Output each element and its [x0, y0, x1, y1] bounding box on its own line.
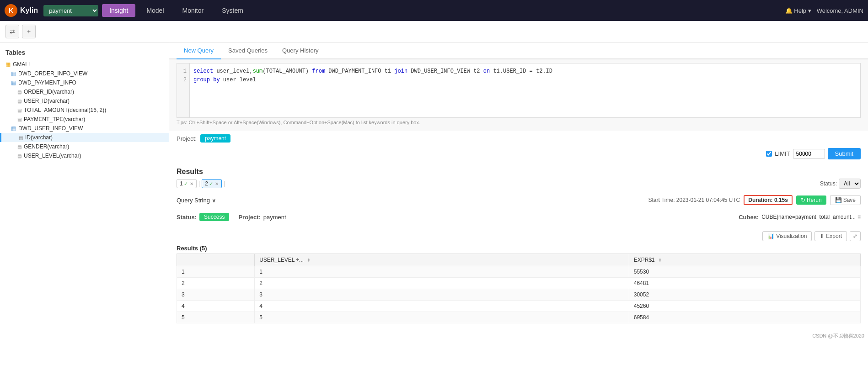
result-tabs: 1 ✓ ✕ | 2 ✓ ✕ | Status: All [177, 179, 861, 189]
table-icon-user: ▦ [11, 125, 16, 132]
detail-row: Status: Success Project: payment Cubes: … [177, 213, 861, 221]
col-icon-6: ▤ [17, 144, 21, 149]
table-row: 2 2 46481 [177, 278, 861, 289]
project-badge: payment [200, 134, 230, 143]
query-editor[interactable]: 1 2 select user_level,sum(TOTAL_AMOUNT) … [177, 63, 861, 118]
code-area[interactable]: select user_level,sum(TOTAL_AMOUNT) from… [190, 63, 860, 117]
th-expr[interactable]: EXPR$1 ⬍ [629, 254, 860, 266]
limit-checkbox[interactable] [766, 151, 772, 157]
sidebar: Tables ▦ GMALL ▦ DWD_ORDER_INFO_VIEW ▦ D… [0, 42, 169, 391]
list-icon[interactable]: ≡ [857, 214, 861, 220]
tree-db-gmall[interactable]: ▦ GMALL [0, 60, 169, 69]
nav-right: 🔔 Help ▾ Welcome, ADMIN [785, 7, 863, 14]
code-line-1: select user_level,sum(TOTAL_AMOUNT) from… [193, 67, 857, 76]
expand-button[interactable]: ⤢ [850, 231, 861, 241]
tree-col-id[interactable]: ▤ ID(varchar) [0, 133, 169, 142]
rerun-button[interactable]: ↻ Rerun [796, 196, 826, 205]
cell-user-level: 5 [255, 312, 629, 323]
table-icon-payment: ▦ [11, 79, 16, 86]
sort-icon-1: ⬍ [307, 258, 311, 263]
tree-col-gender[interactable]: ▤ GENDER(varchar) [0, 142, 169, 151]
close-icon-2[interactable]: ✕ [215, 181, 219, 186]
content-area: New Query Saved Queries Query History 1 … [169, 42, 868, 391]
project-detail: Project: payment [238, 214, 286, 221]
query-string-row: Query String ∨ Start Time: 2023-01-21 07… [177, 192, 861, 208]
tree-col-user-level[interactable]: ▤ USER_LEVEL(varchar) [0, 151, 169, 160]
project-selector[interactable]: payment [43, 5, 98, 16]
query-tabs: New Query Saved Queries Query History [169, 42, 868, 59]
cell-expr: 69584 [629, 312, 860, 323]
table-row: 1 1 55530 [177, 266, 861, 278]
status-filter-label: Status: [820, 180, 837, 187]
row-num: 2 [177, 278, 255, 289]
db-icon: ▦ [5, 61, 11, 68]
tree-table-order[interactable]: ▦ DWD_ORDER_INFO_VIEW [0, 69, 169, 78]
table-row: 5 5 69584 [177, 312, 861, 323]
cubes-detail: Cubes: CUBE[name=payment_total_amount...… [739, 214, 861, 221]
status-detail: Status: Success [177, 213, 229, 221]
results-count: Results (5) [177, 243, 861, 254]
table-row: 3 3 30052 [177, 289, 861, 301]
limit-input[interactable] [793, 149, 825, 159]
row-num: 5 [177, 312, 255, 323]
results-section: Results 1 ✓ ✕ | 2 ✓ ✕ | Status: [169, 163, 868, 331]
code-line-2: group by user_level [193, 76, 857, 85]
status-filter: Status: All [820, 179, 861, 189]
result-tab-2[interactable]: 2 ✓ ✕ [202, 179, 222, 188]
row-num: 4 [177, 301, 255, 312]
nav-insight[interactable]: Insight [102, 4, 135, 17]
tree-col-order-id[interactable]: ▤ ORDER_ID(varchar) [0, 87, 169, 96]
col-icon-7: ▤ [17, 153, 21, 159]
tab-saved-queries[interactable]: Saved Queries [221, 42, 275, 59]
row-num: 1 [177, 266, 255, 278]
close-icon-1[interactable]: ✕ [190, 181, 193, 186]
result-details: Status: Success Project: payment Cubes: … [177, 208, 861, 229]
status-detail-label: Status: [177, 214, 197, 221]
results-table-toolbar: 📊 Visualization ⬆ Export ⤢ [177, 229, 861, 243]
tab-new-query[interactable]: New Query [177, 42, 221, 59]
project-row: Project: payment [169, 131, 868, 146]
tree-col-total-amount[interactable]: ▤ TOTAL_AMOUNT(decimal(16, 2)) [0, 106, 169, 115]
table-icon-order: ▦ [11, 70, 16, 77]
result-tab-1[interactable]: 1 ✓ ✕ [177, 179, 197, 188]
nav-model[interactable]: Model [139, 4, 171, 17]
cubes-label: Cubes: [739, 214, 759, 221]
project-detail-label: Project: [238, 214, 260, 221]
cell-user-level: 1 [255, 266, 629, 278]
table-header-row: USER_LEVEL ÷... ⬍ EXPR$1 ⬍ [177, 254, 861, 266]
duration-badge: Duration: 0.15s [744, 195, 793, 205]
cell-expr: 30052 [629, 289, 860, 301]
tree-table-payment[interactable]: ▦ DWD_PAYMENT_INFO [0, 78, 169, 87]
line-numbers: 1 2 [177, 63, 190, 117]
tree-col-payment-tpe[interactable]: ▤ PAYMENT_TPE(varchar) [0, 115, 169, 124]
export-icon: ⬆ [820, 233, 824, 239]
share-button[interactable]: ⇄ [5, 25, 19, 38]
submit-button[interactable]: Submit [828, 148, 861, 159]
cell-expr: 46481 [629, 278, 860, 289]
tree-table-user-info[interactable]: ▦ DWD_USER_INFO_VIEW [0, 124, 169, 133]
visualization-button[interactable]: 📊 Visualization [762, 231, 812, 241]
row-num: 3 [177, 289, 255, 301]
tab-separator-2: | [224, 180, 225, 187]
tab-query-history[interactable]: Query History [275, 42, 326, 59]
save-button[interactable]: 💾 Save [830, 195, 861, 205]
nav-monitor[interactable]: Monitor [175, 4, 211, 17]
nav-system[interactable]: System [214, 4, 251, 17]
add-button[interactable]: + [22, 25, 36, 38]
export-button[interactable]: ⬆ Export [814, 231, 847, 241]
query-string-label[interactable]: Query String ∨ [177, 197, 216, 204]
cell-user-level: 3 [255, 289, 629, 301]
col-icon-2: ▤ [17, 99, 21, 104]
status-select[interactable]: All [839, 179, 861, 189]
help-link[interactable]: 🔔 Help ▾ [785, 7, 811, 14]
top-nav: K Kylin payment Insight Model Monitor Sy… [0, 0, 868, 21]
th-user-level[interactable]: USER_LEVEL ÷... ⬍ [255, 254, 629, 266]
data-table: USER_LEVEL ÷... ⬍ EXPR$1 ⬍ 1 1 55530 2 2 [177, 254, 861, 323]
check-icon-2: ✓ [209, 181, 213, 187]
query-meta: Start Time: 2023-01-21 07:04:45 UTC Dura… [648, 195, 861, 205]
cell-user-level: 2 [255, 278, 629, 289]
tree-col-user-id[interactable]: ▤ USER_ID(varchar) [0, 96, 169, 106]
save-icon: 💾 [835, 197, 842, 203]
query-editor-container: 1 2 select user_level,sum(TOTAL_AMOUNT) … [169, 59, 868, 131]
logo-icon: K [5, 4, 17, 17]
